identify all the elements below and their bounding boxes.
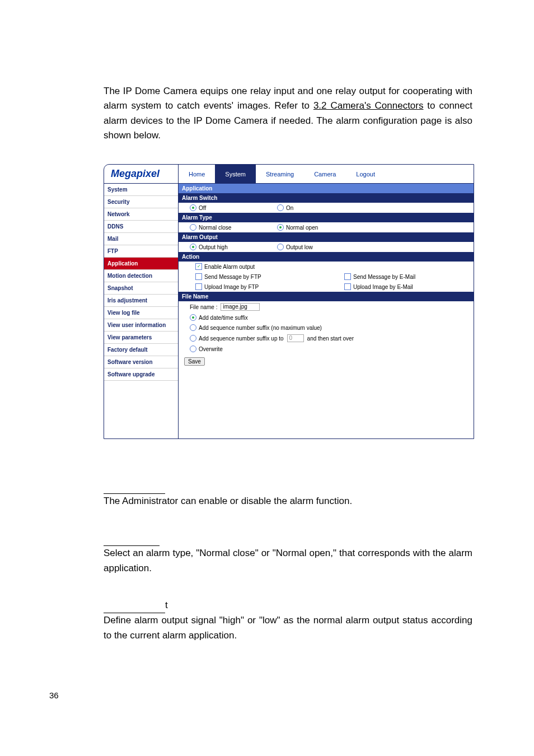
sidebar-item-swupgrade[interactable]: Software upgrade bbox=[104, 368, 178, 381]
sidebar-item-iris[interactable]: Iris adjustment bbox=[104, 295, 178, 307]
radio-icon bbox=[190, 346, 196, 352]
radio-icon bbox=[190, 335, 196, 342]
radio-icon bbox=[190, 204, 196, 211]
alarm-output-low[interactable]: Output low bbox=[277, 244, 361, 250]
chk-enable-alarm[interactable]: Enable Alarm output bbox=[195, 263, 341, 270]
file-name-label: File name : bbox=[190, 304, 217, 310]
file-seq-max-input[interactable]: 0 bbox=[287, 334, 304, 342]
para-alarm-switch: The Administrator can enable or disable … bbox=[104, 494, 472, 508]
file-seq-upto-tail: and then start over bbox=[307, 335, 354, 342]
section-alarm-switch: Alarm Switch bbox=[179, 193, 474, 203]
checkbox-icon bbox=[344, 283, 351, 290]
sidebar-item-application[interactable]: Application bbox=[104, 258, 178, 270]
sidebar-item-ftp[interactable]: FTP bbox=[104, 245, 178, 258]
checkbox-icon bbox=[195, 263, 202, 270]
sidebar-item-security[interactable]: Security bbox=[104, 196, 178, 208]
alarm-type-open[interactable]: Normal open bbox=[277, 224, 361, 231]
file-name-input[interactable]: image.jpg bbox=[221, 303, 260, 311]
file-opt-datetime[interactable]: Add date/time suffix bbox=[190, 314, 335, 321]
para-alarm-output: Define alarm output signal "high" or "lo… bbox=[104, 613, 472, 643]
tab-system[interactable]: System bbox=[215, 165, 256, 183]
sidebar-item-mail[interactable]: Mail bbox=[104, 233, 178, 245]
heading-alarm-switch bbox=[104, 478, 165, 493]
alarm-switch-on[interactable]: On bbox=[277, 204, 361, 211]
sidebar-item-system[interactable]: System bbox=[104, 184, 178, 196]
radio-icon bbox=[277, 224, 284, 231]
file-opt-seq-upto[interactable]: Add sequence number suffix up to bbox=[190, 335, 284, 342]
tab-home[interactable]: Home bbox=[179, 165, 215, 183]
sidebar-item-network[interactable]: Network bbox=[104, 208, 178, 221]
file-opt-seq[interactable]: Add sequence number suffix (no maximum v… bbox=[190, 324, 322, 331]
sidebar-item-ddns[interactable]: DDNS bbox=[104, 221, 178, 233]
para-alarm-type: Select an alarm type, "Normal close" or … bbox=[104, 546, 472, 576]
sidebar: System Security Network DDNS Mail FTP Ap… bbox=[104, 184, 179, 438]
save-button[interactable]: Save bbox=[184, 357, 205, 366]
file-opt-overwrite[interactable]: Overwrite bbox=[190, 346, 274, 352]
section-application: Application bbox=[179, 184, 474, 193]
alarm-output-high[interactable]: Output high bbox=[190, 244, 274, 250]
section-alarm-type: Alarm Type bbox=[179, 213, 474, 222]
tab-streaming[interactable]: Streaming bbox=[256, 165, 304, 183]
checkbox-icon bbox=[344, 273, 351, 280]
heading-alarm-output bbox=[104, 598, 165, 613]
sidebar-item-snapshot[interactable]: Snapshot bbox=[104, 282, 178, 295]
radio-icon bbox=[190, 244, 196, 250]
heading-tail-3: t bbox=[165, 598, 168, 613]
sidebar-item-swver[interactable]: Software version bbox=[104, 356, 178, 368]
section-alarm-output: Alarm Output bbox=[179, 232, 474, 242]
chk-email-img[interactable]: Upload Image by E-Mail bbox=[344, 283, 428, 290]
radio-icon bbox=[277, 204, 284, 211]
radio-icon bbox=[190, 314, 196, 321]
config-screenshot: Megapixel Home System Streaming Camera L… bbox=[104, 164, 474, 439]
page-number: 36 bbox=[49, 690, 59, 700]
chk-email-msg[interactable]: Send Message by E-Mail bbox=[344, 273, 428, 280]
radio-icon bbox=[277, 244, 284, 250]
checkbox-icon bbox=[195, 273, 202, 280]
sidebar-item-factory[interactable]: Factory default bbox=[104, 344, 178, 356]
chk-ftp-img[interactable]: Upload Image by FTP bbox=[195, 283, 341, 290]
radio-icon bbox=[190, 324, 196, 331]
chk-ftp-msg[interactable]: Send Message by FTP bbox=[195, 273, 341, 280]
sidebar-item-viewlog[interactable]: View log file bbox=[104, 307, 178, 319]
intro-link: 3.2 Camera's Connectors bbox=[313, 100, 424, 111]
sidebar-item-viewparams[interactable]: View parameters bbox=[104, 332, 178, 344]
heading-alarm-type bbox=[104, 531, 160, 546]
sidebar-item-motion[interactable]: Motion detection bbox=[104, 270, 178, 282]
section-file-name: File Name bbox=[179, 292, 474, 301]
content-panel: Application Alarm Switch Off On Alarm Ty… bbox=[179, 184, 474, 438]
intro-paragraph: The IP Dome Camera equips one relay inpu… bbox=[104, 84, 472, 143]
section-action: Action bbox=[179, 252, 474, 262]
tab-camera[interactable]: Camera bbox=[304, 165, 346, 183]
alarm-switch-off[interactable]: Off bbox=[190, 204, 274, 211]
tab-logout[interactable]: Logout bbox=[346, 165, 385, 183]
product-logo: Megapixel bbox=[104, 165, 179, 184]
checkbox-icon bbox=[195, 283, 202, 290]
alarm-type-close[interactable]: Normal close bbox=[190, 224, 274, 231]
radio-icon bbox=[190, 224, 196, 231]
sidebar-item-viewuser[interactable]: View user information bbox=[104, 319, 178, 332]
top-tabs: Home System Streaming Camera Logout bbox=[179, 165, 474, 184]
